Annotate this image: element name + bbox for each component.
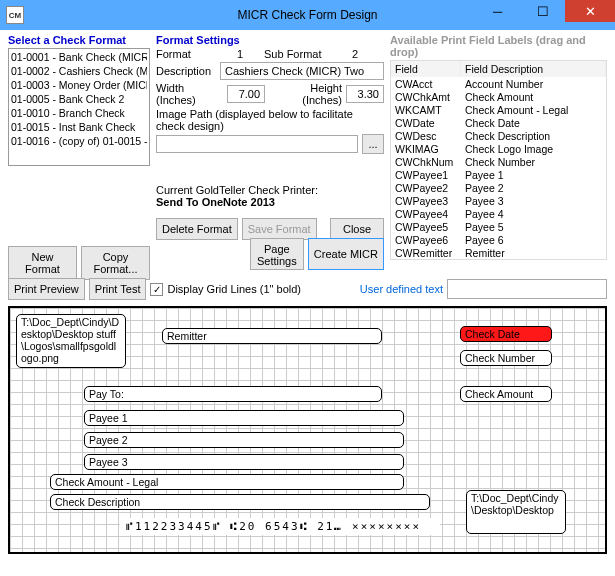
description-input[interactable] [220, 62, 384, 80]
field-payee1[interactable]: Payee 1 [84, 410, 404, 426]
field-desc[interactable]: Check Amount - Legal [461, 103, 606, 116]
field-name[interactable]: CWPayee2 [391, 181, 461, 194]
height-input[interactable] [346, 85, 384, 103]
list-item[interactable]: 01-0001 - Bank Check (MICR) ... [11, 50, 147, 64]
field-amount-legal[interactable]: Check Amount - Legal [50, 474, 404, 490]
width-input[interactable] [227, 85, 265, 103]
height-label: Height (Inches) [273, 82, 342, 106]
new-format-button[interactable]: New Format [8, 246, 77, 280]
field-remitter[interactable]: Remitter [162, 328, 382, 344]
description-label: Description [156, 65, 216, 77]
page-settings-button[interactable]: Page Settings [250, 238, 304, 270]
list-item[interactable]: 01-0002 - Cashiers Check (MIC... [11, 64, 147, 78]
field-payee2[interactable]: Payee 2 [84, 432, 404, 448]
app-icon: CM [6, 6, 24, 24]
field-desc[interactable]: Check Date [461, 116, 606, 129]
display-grid-label: Display Grid Lines (1" bold) [167, 283, 301, 295]
field-name[interactable]: CWPayee1 [391, 168, 461, 181]
field-description[interactable]: Check Description [50, 494, 430, 510]
field-name[interactable]: CWChkAmt [391, 90, 461, 103]
field-pay-to[interactable]: Pay To: [84, 386, 382, 402]
printer-label: Current GoldTeller Check Printer: [156, 184, 384, 196]
save-format-button: Save Format [242, 218, 317, 240]
select-format-title: Select a Check Format [8, 34, 150, 46]
field-check-number[interactable]: Check Number [460, 350, 552, 366]
field-name[interactable]: WKCAMT [391, 103, 461, 116]
field-name[interactable]: CWDesc [391, 129, 461, 142]
field-desc[interactable]: Check Description [461, 129, 606, 142]
field-desc[interactable]: Payee 1 [461, 168, 606, 181]
field-name[interactable]: WKIMAG [391, 142, 461, 155]
user-defined-text-label: User defined text [360, 283, 443, 295]
print-test-button[interactable]: Print Test [89, 278, 147, 300]
format-settings-title: Format Settings [156, 34, 384, 46]
delete-format-button[interactable]: Delete Format [156, 218, 238, 240]
col-field: Field [391, 61, 461, 77]
format-value: 1 [220, 48, 260, 60]
image-path-input[interactable] [156, 135, 358, 153]
field-check-amount[interactable]: Check Amount [460, 386, 552, 402]
field-desc[interactable]: Payee 2 [461, 181, 606, 194]
available-fields-title: Available Print Field Labels (drag and d… [390, 34, 607, 58]
copy-format-button[interactable]: Copy Format... [81, 246, 150, 280]
print-preview-button[interactable]: Print Preview [8, 278, 85, 300]
title-bar: CM MICR Check Form Design ─ ☐ ✕ [0, 0, 615, 30]
field-desc[interactable]: Remitter [461, 246, 606, 259]
user-defined-text-input[interactable] [447, 279, 607, 299]
list-item[interactable]: 01-0016 - (copy of) 01-0015 - Inst [11, 134, 147, 148]
width-label: Width (Inches) [156, 82, 223, 106]
available-fields-grid[interactable]: Field Field Description CWAcctAccount Nu… [390, 60, 607, 260]
minimize-button[interactable]: ─ [475, 0, 520, 22]
field-desc[interactable]: Payee 4 [461, 207, 606, 220]
window-title: MICR Check Form Design [237, 8, 377, 22]
list-item[interactable]: 01-0010 - Branch Check [11, 106, 147, 120]
close-button[interactable]: Close [330, 218, 384, 240]
format-list[interactable]: 01-0001 - Bank Check (MICR) ... 01-0002 … [8, 48, 150, 166]
create-micr-button[interactable]: Create MICR [308, 238, 384, 270]
field-name[interactable]: CWPayee6 [391, 233, 461, 246]
field-desc[interactable]: Check Number [461, 155, 606, 168]
maximize-button[interactable]: ☐ [520, 0, 565, 22]
field-logo-path[interactable]: T:\Doc_Dept\Cindy\Desktop\Desktop stuff\… [16, 314, 126, 368]
list-item[interactable]: 01-0003 - Money Order (MICR) - ... [11, 78, 147, 92]
field-desc[interactable]: Payee 3 [461, 194, 606, 207]
field-name[interactable]: CWPayee3 [391, 194, 461, 207]
field-desc[interactable]: Account Number [461, 77, 606, 90]
printer-value: Send To OneNote 2013 [156, 196, 384, 208]
field-payee3[interactable]: Payee 3 [84, 454, 404, 470]
subformat-value: 2 [328, 48, 358, 60]
format-label: Format [156, 48, 216, 60]
field-desc[interactable]: Check Amount [461, 90, 606, 103]
image-path-label: Image Path (displayed below to facilitat… [156, 108, 384, 132]
check-canvas[interactable]: T:\Doc_Dept\Cindy\Desktop\Desktop stuff\… [8, 306, 607, 554]
micr-line[interactable]: ⑈112233445⑈ ⑆20 6543⑆ 21⑉ ×××××××× [120, 518, 440, 535]
field-desc[interactable]: Payee 5 [461, 220, 606, 233]
field-check-date[interactable]: Check Date [460, 326, 552, 342]
browse-button[interactable]: ... [362, 134, 384, 154]
col-desc: Field Description [461, 61, 606, 77]
field-name[interactable]: CWRemitter [391, 246, 461, 259]
field-name[interactable]: CWAcct [391, 77, 461, 90]
field-desc[interactable]: Payee 6 [461, 233, 606, 246]
field-name[interactable]: CWPayee4 [391, 207, 461, 220]
field-sig-path[interactable]: T:\Doc_Dept\Cindy\Desktop\Desktop [466, 490, 566, 534]
field-name[interactable]: CWPayee5 [391, 220, 461, 233]
subformat-label: Sub Format [264, 48, 324, 60]
field-desc[interactable]: Check Logo Image [461, 142, 606, 155]
list-item[interactable]: 01-0005 - Bank Check 2 [11, 92, 147, 106]
close-window-button[interactable]: ✕ [565, 0, 615, 22]
list-item[interactable]: 01-0015 - Inst Bank Check [11, 120, 147, 134]
display-grid-checkbox[interactable]: ✓ [150, 283, 163, 296]
field-name[interactable]: CWDate [391, 116, 461, 129]
field-name[interactable]: CWChkNum [391, 155, 461, 168]
